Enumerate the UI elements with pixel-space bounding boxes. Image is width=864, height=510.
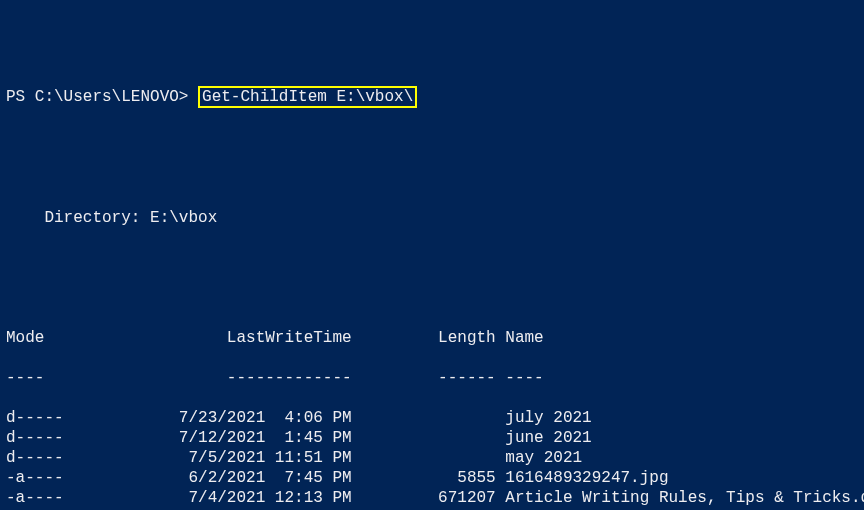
- blank-line: [6, 248, 864, 268]
- directory-line: Directory: E:\vbox: [6, 208, 864, 228]
- table-row: -a---- 6/2/2021 7:45 PM 5855 16164893292…: [6, 468, 864, 488]
- table-row: -a---- 7/4/2021 12:13 PM 671207 Article …: [6, 488, 864, 508]
- command-text: Get-ChildItem E:\vbox\: [202, 88, 413, 106]
- table-row: d----- 7/23/2021 4:06 PM july 2021: [6, 408, 864, 428]
- blank-line: [6, 288, 864, 308]
- blank-line: [6, 128, 864, 148]
- table-row: d----- 7/12/2021 1:45 PM june 2021: [6, 428, 864, 448]
- column-headers: Mode LastWriteTime Length Name: [6, 328, 864, 348]
- blank-line: [6, 168, 864, 188]
- command-highlight: Get-ChildItem E:\vbox\: [198, 86, 417, 108]
- table-row: d----- 7/5/2021 11:51 PM may 2021: [6, 448, 864, 468]
- prompt-line-1: PS C:\Users\LENOVO> Get-ChildItem E:\vbo…: [6, 86, 864, 108]
- column-underlines: ---- ------------- ------ ----: [6, 368, 864, 388]
- prompt-prefix: PS C:\Users\LENOVO>: [6, 88, 198, 106]
